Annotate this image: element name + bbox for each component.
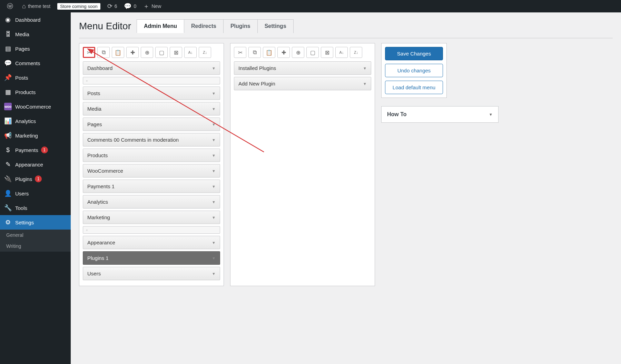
products-icon: ▦ <box>4 88 12 96</box>
sidebar-item-settings[interactable]: ⚙Settings <box>0 215 71 230</box>
menu-item-media[interactable]: Media▼ <box>83 102 220 115</box>
comments-icon: 💬 <box>4 59 12 67</box>
menu-item-add[interactable]: Add New Plugin▼ <box>234 77 371 90</box>
menu-item-analytics[interactable]: Analytics▼ <box>83 195 220 209</box>
menu-item-appearance[interactable]: Appearance▼ <box>83 236 220 249</box>
new-sep-button[interactable]: ⊕ <box>292 47 304 58</box>
menu-item-label: Dashboard <box>87 65 112 71</box>
chevron-down-icon: ▼ <box>212 256 216 260</box>
plugins-icon: 🔌 <box>4 175 12 183</box>
howto-label: How To <box>387 111 407 118</box>
menu-separator[interactable] <box>83 77 220 84</box>
tabs: Admin MenuRedirectsPluginsSettings <box>137 19 294 33</box>
menu-item-label: WooCommerce <box>87 168 123 174</box>
menu-item-label: Products <box>87 152 108 158</box>
show-icon: ▢ <box>159 49 164 56</box>
hide-button[interactable]: ⊠ <box>170 47 182 58</box>
main-content: Menu Editor Admin MenuRedirectsPluginsSe… <box>71 12 621 364</box>
menu-item-label: Marketing <box>87 214 110 220</box>
sidebar-item-tools[interactable]: 🔧Tools <box>0 201 71 215</box>
paste-icon: 📋 <box>266 49 273 56</box>
menu-panel-left: ✂⧉📋✚⊕▢⊠A↓Z↓ Dashboard▼Posts▼Media▼Pages▼… <box>79 43 224 286</box>
copy-button[interactable]: ⧉ <box>248 47 261 58</box>
comments-link[interactable]: 💬0 <box>120 0 140 12</box>
copy-button[interactable]: ⧉ <box>97 47 110 58</box>
sidebar-label: Pages <box>15 46 30 52</box>
menu-item-dashboard[interactable]: Dashboard▼ <box>83 61 220 75</box>
new-link[interactable]: ＋New <box>140 0 165 12</box>
tab-redirects[interactable]: Redirects <box>184 19 224 33</box>
sort-za-button[interactable]: Z↓ <box>350 47 362 58</box>
tab-settings[interactable]: Settings <box>257 19 294 33</box>
sort-az-button[interactable]: A↓ <box>335 47 348 58</box>
menu-item-plugins[interactable]: Plugins 1▼ <box>83 251 220 265</box>
updates-link[interactable]: ⟳6 <box>104 0 121 12</box>
show-icon: ▢ <box>310 49 315 56</box>
sidebar-sub-writing[interactable]: Writing <box>0 241 71 252</box>
chevron-down-icon: ▼ <box>212 200 216 204</box>
tab-plugins[interactable]: Plugins <box>223 19 258 33</box>
menu-item-comments[interactable]: Comments 00 Comments in moderation▼ <box>83 133 220 146</box>
menu-item-products[interactable]: Products▼ <box>83 149 220 162</box>
chevron-down-icon: ▼ <box>212 66 216 70</box>
menu-item-label: Appearance <box>87 240 115 245</box>
menu-panel-right: ✂⧉📋✚⊕▢⊠A↓Z↓ Installed Plugins▼Add New Pl… <box>230 43 375 286</box>
menu-item-posts[interactable]: Posts▼ <box>83 87 220 100</box>
store-status[interactable]: Store coming soon <box>54 0 103 12</box>
sidebar-item-users[interactable]: 👤Users <box>0 186 71 201</box>
sidebar-item-plugins[interactable]: 🔌Plugins1 <box>0 172 71 186</box>
analytics-icon: 📊 <box>4 117 12 125</box>
sidebar-item-marketing[interactable]: 📢Marketing <box>0 128 71 143</box>
new-sep-icon: ⊕ <box>145 49 149 56</box>
payments-icon: $ <box>4 146 12 154</box>
load-default-button[interactable]: Load default menu <box>385 81 443 94</box>
menu-item-label: Installed Plugins <box>238 65 276 71</box>
cut-button[interactable]: ✂ <box>83 47 95 58</box>
undo-button[interactable]: Undo changes <box>385 64 443 77</box>
paste-button[interactable]: 📋 <box>112 47 124 58</box>
menu-separator[interactable] <box>83 226 220 234</box>
sidebar-label: Appearance <box>15 162 43 168</box>
cut-button[interactable]: ✂ <box>234 47 246 58</box>
sidebar-label: Comments <box>15 60 40 66</box>
sidebar-item-posts[interactable]: 📌Posts <box>0 70 71 85</box>
tab-admin-menu[interactable]: Admin Menu <box>137 19 184 33</box>
store-badge: Store coming soon <box>57 3 100 10</box>
menu-item-marketing[interactable]: Marketing▼ <box>83 211 220 224</box>
new-button[interactable]: ✚ <box>277 47 290 58</box>
sidebar-item-dashboard[interactable]: ◉Dashboard <box>0 12 71 27</box>
new-button[interactable]: ✚ <box>126 47 139 58</box>
new-sep-button[interactable]: ⊕ <box>141 47 153 58</box>
menu-item-label: Media <box>87 106 101 112</box>
sidebar-item-pages[interactable]: ▤Pages <box>0 41 71 56</box>
sidebar-item-payments[interactable]: $Payments1 <box>0 143 71 157</box>
sidebar-item-comments[interactable]: 💬Comments <box>0 56 71 70</box>
cut-icon: ✂ <box>87 49 91 56</box>
wp-logo[interactable]: ⓦ <box>3 0 19 12</box>
menu-item-users[interactable]: Users▼ <box>83 267 220 280</box>
paste-button[interactable]: 📋 <box>263 47 275 58</box>
sort-za-button[interactable]: Z↓ <box>199 47 211 58</box>
hide-icon: ⊠ <box>325 49 329 56</box>
menu-item-label: Users <box>87 271 101 276</box>
show-button[interactable]: ▢ <box>306 47 319 58</box>
sort-az-button[interactable]: A↓ <box>184 47 197 58</box>
sidebar-item-appearance[interactable]: ✎Appearance <box>0 157 71 172</box>
sidebar-sub-general[interactable]: General <box>0 230 71 241</box>
menu-item-installed[interactable]: Installed Plugins▼ <box>234 61 371 75</box>
site-link[interactable]: ⌂theme test <box>19 0 54 12</box>
sidebar-item-media[interactable]: 🎛Media <box>0 27 71 41</box>
menu-item-label: Plugins 1 <box>87 255 109 261</box>
menu-item-woocommerce[interactable]: WooCommerce▼ <box>83 164 220 178</box>
sidebar-item-analytics[interactable]: 📊Analytics <box>0 114 71 128</box>
sidebar-item-products[interactable]: ▦Products <box>0 85 71 99</box>
hide-button[interactable]: ⊠ <box>321 47 333 58</box>
show-button[interactable]: ▢ <box>155 47 168 58</box>
menu-item-payments[interactable]: Payments 1▼ <box>83 180 220 193</box>
hide-icon: ⊠ <box>174 49 178 56</box>
menu-item-pages[interactable]: Pages▼ <box>83 118 220 131</box>
sidebar-item-woocommerce[interactable]: wooWooCommerce <box>0 99 71 114</box>
save-button[interactable]: Save Changes <box>385 47 443 60</box>
copy-icon: ⧉ <box>253 49 257 55</box>
howto-box[interactable]: How To ▼ <box>381 106 499 123</box>
